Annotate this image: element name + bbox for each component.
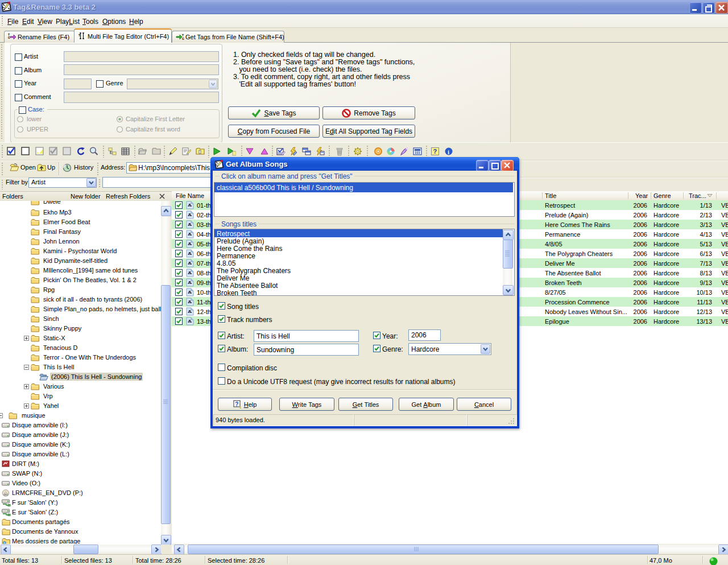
- svg-text:T: T: [78, 34, 80, 37]
- svg-text:dvd: dvd: [3, 493, 8, 496]
- svg-text:i: i: [448, 149, 449, 155]
- svg-text:G: G: [8, 36, 10, 39]
- svg-text:?: ?: [433, 148, 437, 155]
- svg-text:G: G: [182, 37, 184, 40]
- svg-text:?: ?: [235, 401, 238, 407]
